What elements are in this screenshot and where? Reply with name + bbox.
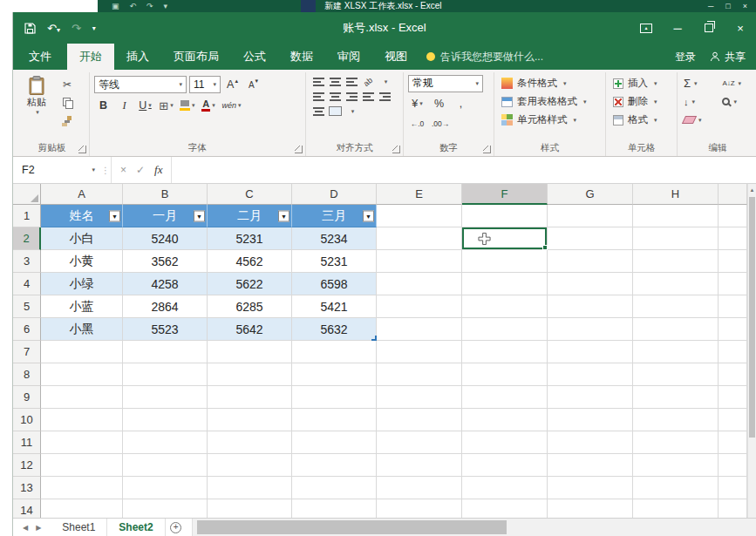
cell-H2[interactable] bbox=[633, 227, 719, 250]
row-header-10[interactable]: 10 bbox=[13, 409, 41, 431]
cell-D12[interactable] bbox=[292, 454, 377, 477]
cell-A13[interactable] bbox=[41, 477, 123, 499]
cell-F8[interactable] bbox=[462, 363, 548, 386]
cell-G2[interactable] bbox=[548, 227, 633, 250]
delete-cells-button[interactable]: 删除 ▾ bbox=[610, 92, 672, 111]
cell-B12[interactable] bbox=[123, 454, 208, 477]
cell-B7[interactable] bbox=[123, 341, 208, 363]
filter-dropdown-icon-B1[interactable]: ▼ bbox=[194, 210, 205, 221]
row-header-6[interactable]: 6 bbox=[13, 318, 41, 341]
increase-indent-icon[interactable] bbox=[379, 92, 391, 101]
row-header-13[interactable]: 13 bbox=[13, 477, 41, 499]
row-header-14[interactable]: 14 bbox=[13, 499, 41, 518]
cell-C3[interactable]: 4562 bbox=[208, 250, 292, 273]
cell-C1[interactable]: 二月▼ bbox=[208, 205, 292, 227]
row-header-1[interactable]: 1 bbox=[13, 205, 41, 227]
cell-B3[interactable]: 3562 bbox=[123, 250, 208, 273]
tab-data[interactable]: 数据 bbox=[278, 44, 325, 70]
sign-in-button[interactable]: 登录 bbox=[675, 44, 696, 70]
cell-E13[interactable] bbox=[377, 477, 462, 499]
clear-button[interactable]: ▾ bbox=[682, 116, 713, 124]
cell-D10[interactable] bbox=[292, 409, 377, 431]
cell-B13[interactable] bbox=[123, 477, 208, 499]
cell-G13[interactable] bbox=[548, 477, 633, 499]
cell-A2[interactable]: 小白 bbox=[41, 227, 123, 250]
cell-E8[interactable] bbox=[377, 363, 462, 386]
restore-button[interactable] bbox=[693, 12, 725, 44]
percent-style-button[interactable]: % bbox=[430, 95, 448, 112]
decrease-decimal-button[interactable]: .00→ bbox=[430, 115, 451, 132]
cell-B14[interactable] bbox=[123, 499, 208, 518]
phonetic-button[interactable]: wén▾ bbox=[221, 97, 243, 114]
insert-function-button[interactable]: fx bbox=[154, 163, 162, 177]
cell-D6[interactable]: 5632 bbox=[292, 318, 377, 341]
cut-button[interactable]: ✂ bbox=[58, 77, 76, 92]
tell-me-box[interactable]: 告诉我您想要做什么... bbox=[426, 44, 543, 70]
cell-D11[interactable] bbox=[292, 431, 377, 454]
font-name-select[interactable]: 等线 ▾ bbox=[94, 76, 187, 93]
bold-button[interactable]: B bbox=[94, 97, 112, 114]
row-header-3[interactable]: 3 bbox=[13, 250, 41, 273]
wrap-text-icon[interactable] bbox=[313, 107, 324, 116]
cell-F11[interactable] bbox=[462, 431, 548, 454]
cell-G14[interactable] bbox=[548, 499, 633, 518]
autosum-button[interactable]: Σ▾ bbox=[682, 77, 713, 90]
cell-H14[interactable] bbox=[633, 499, 719, 518]
cell-D1[interactable]: 三月▼ bbox=[292, 205, 377, 227]
cell-E1[interactable] bbox=[377, 205, 462, 227]
formula-input[interactable] bbox=[172, 157, 756, 183]
cell-A10[interactable] bbox=[41, 409, 123, 431]
cell-C9[interactable] bbox=[208, 386, 292, 409]
cell-H13[interactable] bbox=[633, 477, 719, 499]
cell-F4[interactable] bbox=[462, 273, 548, 295]
paste-button[interactable]: 粘贴 ▾ bbox=[19, 74, 54, 128]
column-header-F[interactable]: F bbox=[462, 184, 548, 205]
name-box[interactable]: F2 ▾ bbox=[13, 157, 100, 183]
format-cells-button[interactable]: 格式 ▾ bbox=[610, 111, 672, 129]
column-header-B[interactable]: B bbox=[123, 184, 208, 205]
column-header-D[interactable]: D bbox=[292, 184, 377, 205]
cell-B10[interactable] bbox=[123, 409, 208, 431]
cell-D14[interactable] bbox=[292, 499, 377, 518]
cell-D13[interactable] bbox=[292, 477, 377, 499]
cell-E5[interactable] bbox=[377, 295, 462, 318]
row-header-11[interactable]: 11 bbox=[13, 431, 41, 454]
cell-F6[interactable] bbox=[462, 318, 548, 341]
cell-A11[interactable] bbox=[41, 431, 123, 454]
cell-C11[interactable] bbox=[208, 431, 292, 454]
cell-H8[interactable] bbox=[633, 363, 719, 386]
align-bottom-icon[interactable] bbox=[346, 78, 358, 86]
filter-dropdown-icon-D1[interactable]: ▼ bbox=[363, 210, 374, 221]
decrease-indent-icon[interactable] bbox=[363, 92, 374, 101]
cell-F2[interactable] bbox=[462, 227, 548, 250]
column-header-H[interactable]: H bbox=[633, 184, 719, 205]
format-as-table-button[interactable]: 套用表格格式 ▾ bbox=[499, 92, 601, 111]
cell-A6[interactable]: 小黑 bbox=[41, 318, 123, 341]
cell-C8[interactable] bbox=[208, 363, 292, 386]
fill-button[interactable]: ↓▾ bbox=[682, 97, 713, 107]
cell-H6[interactable] bbox=[633, 318, 719, 341]
cell-G4[interactable] bbox=[548, 273, 633, 295]
cell-B6[interactable]: 5523 bbox=[123, 318, 208, 341]
cell-H5[interactable] bbox=[633, 295, 719, 318]
cell-G9[interactable] bbox=[548, 386, 633, 409]
close-icon[interactable]: × bbox=[743, 0, 747, 12]
row-header-5[interactable]: 5 bbox=[13, 295, 41, 318]
increase-decimal-button[interactable]: ←.0 bbox=[408, 115, 426, 132]
cell-styles-button[interactable]: 单元格样式 ▾ bbox=[499, 111, 601, 129]
cell-A12[interactable] bbox=[41, 454, 123, 477]
cell-H3[interactable] bbox=[633, 250, 719, 273]
align-left-icon[interactable] bbox=[313, 92, 324, 101]
filter-dropdown-icon-C1[interactable]: ▼ bbox=[278, 210, 289, 221]
new-sheet-button[interactable]: + bbox=[166, 519, 187, 536]
filter-dropdown-icon-A1[interactable]: ▼ bbox=[109, 210, 120, 221]
align-middle-icon[interactable] bbox=[330, 78, 341, 86]
cell-A4[interactable]: 小绿 bbox=[41, 273, 123, 295]
dialog-launcher-icon[interactable] bbox=[483, 146, 491, 153]
sort-filter-button[interactable]: A↓Z▾ bbox=[720, 79, 753, 87]
cell-B11[interactable] bbox=[123, 431, 208, 454]
align-center-icon[interactable] bbox=[330, 92, 341, 101]
cell-C12[interactable] bbox=[208, 454, 292, 477]
cell-B1[interactable]: 一月▼ bbox=[123, 205, 208, 227]
cell-B5[interactable]: 2864 bbox=[123, 295, 208, 318]
